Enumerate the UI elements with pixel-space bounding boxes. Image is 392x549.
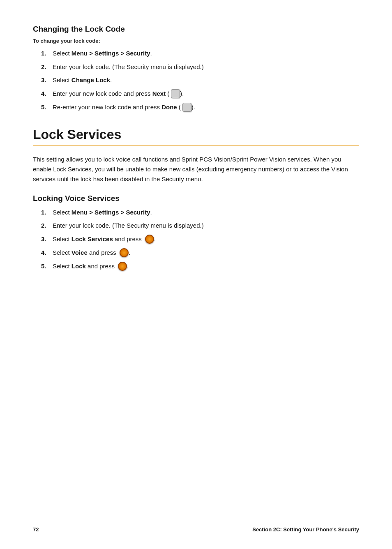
list-item: 1. Select Menu > Settings > Security.	[41, 208, 359, 217]
lock-services-title: Lock Services	[33, 127, 359, 142]
step-number: 5.	[41, 262, 53, 271]
changing-lock-code-section: Changing the Lock Code To change your lo…	[33, 25, 359, 112]
step-number: 2.	[41, 221, 53, 231]
section-divider	[33, 145, 359, 146]
step-number: 2.	[41, 62, 53, 72]
list-item: 3. Select Lock Services and press .	[41, 235, 359, 244]
step-number: 1.	[41, 49, 53, 58]
list-item: 5. Select Lock and press .	[41, 262, 359, 271]
list-item: 2. Enter your lock code. (The Security m…	[41, 221, 359, 231]
step-content: Enter your lock code. (The Security menu…	[53, 221, 359, 231]
list-item: 4. Select Voice and press .	[41, 248, 359, 258]
locking-voice-services-steps: 1. Select Menu > Settings > Security. 2.…	[41, 208, 359, 271]
step-number: 4.	[41, 248, 53, 258]
list-item: 2. Enter your lock code. (The Security m…	[41, 62, 359, 72]
ok-button-icon	[118, 262, 127, 271]
list-item: 5. Re-enter your new lock code and press…	[41, 103, 359, 112]
step-content: Enter your new lock code and press Next …	[53, 89, 359, 99]
step-content: Select Voice and press .	[53, 248, 359, 258]
page-footer: 72 Section 2C: Setting Your Phone's Secu…	[33, 522, 359, 533]
next-key-icon	[171, 89, 180, 98]
page-container: Changing the Lock Code To change your lo…	[0, 0, 392, 308]
step-number: 3.	[41, 76, 53, 85]
step-content: Re-enter your new lock code and press Do…	[53, 103, 359, 112]
ok-button-icon	[120, 248, 129, 257]
step-content: Enter your lock code. (The Security menu…	[53, 62, 359, 72]
list-item: 1. Select Menu > Settings > Security.	[41, 49, 359, 58]
step-content: Select Menu > Settings > Security.	[53, 49, 359, 58]
changing-lock-code-steps: 1. Select Menu > Settings > Security. 2.…	[41, 49, 359, 112]
list-item: 4. Enter your new lock code and press Ne…	[41, 89, 359, 99]
locking-voice-services-title: Locking Voice Services	[33, 194, 359, 203]
step-number: 1.	[41, 208, 53, 217]
step-number: 3.	[41, 235, 53, 244]
ok-button-icon	[145, 235, 154, 244]
step-content: Select Menu > Settings > Security.	[53, 208, 359, 217]
step-number: 4.	[41, 89, 53, 99]
list-item: 3. Select Change Lock.	[41, 76, 359, 85]
done-key-icon	[182, 103, 191, 112]
step-number: 5.	[41, 103, 53, 112]
lock-services-body: This setting allows you to lock voice ca…	[33, 155, 359, 184]
step-content: Select Change Lock.	[53, 76, 359, 85]
changing-lock-code-intro: To change your lock code:	[33, 38, 359, 44]
page-number: 72	[33, 526, 39, 533]
changing-lock-code-title: Changing the Lock Code	[33, 25, 359, 34]
step-content: Select Lock Services and press .	[53, 235, 359, 244]
footer-title: Section 2C: Setting Your Phone's Securit…	[252, 526, 359, 533]
lock-services-section: Lock Services This setting allows you to…	[33, 127, 359, 271]
step-content: Select Lock and press .	[53, 262, 359, 271]
locking-voice-services-section: Locking Voice Services 1. Select Menu > …	[33, 194, 359, 271]
